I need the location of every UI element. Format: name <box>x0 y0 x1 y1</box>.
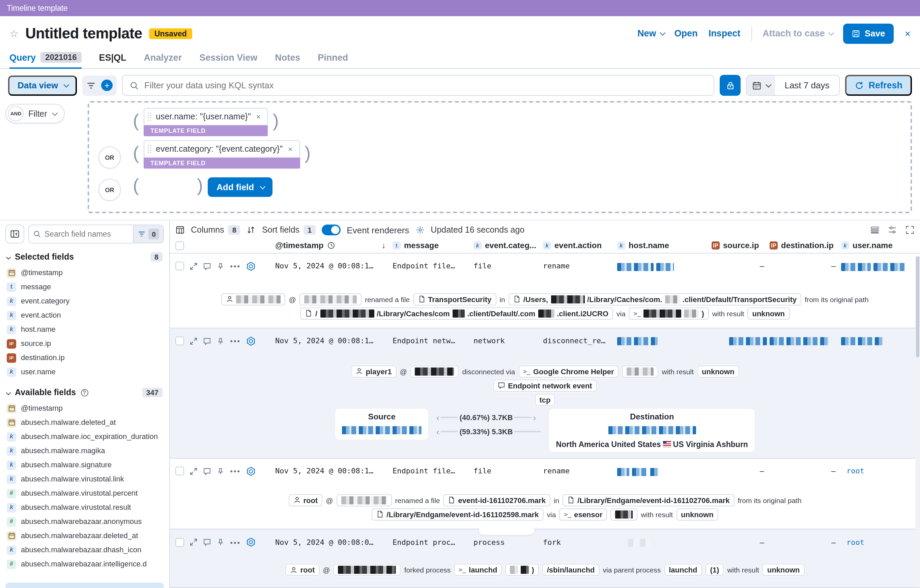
column-user-name[interactable]: kuser.name <box>841 241 920 251</box>
path-chip[interactable]: /Library/Endgame/event-id-161102706.mark <box>562 494 734 506</box>
list-item[interactable]: #abusech.malwarebazaar.anonymous <box>5 515 164 529</box>
list-item[interactable]: abusech.malware.deleted_at <box>5 415 164 429</box>
event-renderers-toggle[interactable] <box>322 225 341 235</box>
pin-icon[interactable] <box>217 538 225 546</box>
host-chip[interactable] <box>300 293 361 306</box>
sliders-icon[interactable] <box>888 225 897 235</box>
table-row[interactable]: ●●● Nov 5, 2024 @ 00:08:1… Endpoint netw… <box>170 331 920 351</box>
column-host-name[interactable]: khost.name <box>617 241 711 251</box>
list-item[interactable]: khost.name <box>5 322 164 337</box>
result-chip[interactable]: unknown <box>676 509 718 521</box>
list-item[interactable]: #abusech.malware.virustotal.percent <box>5 486 164 501</box>
user-chip[interactable] <box>222 293 286 306</box>
path-chip[interactable]: /Library/Endgame/event-id-161102598.mark <box>372 509 543 521</box>
host-chip[interactable] <box>410 365 459 377</box>
select-all-checkbox[interactable] <box>175 241 184 250</box>
event-type-chip[interactable]: Endpoint network event <box>493 379 596 392</box>
more-actions-icon[interactable]: ●●● <box>230 540 240 545</box>
result-chip[interactable]: unknown <box>747 308 789 320</box>
close-icon[interactable]: × <box>904 28 910 39</box>
result-chip[interactable]: unknown <box>697 365 739 377</box>
list-item[interactable]: kabusech.malwarebazaar.dhash_icon <box>5 543 164 557</box>
list-item[interactable]: @timestamp <box>5 266 164 280</box>
attach-to-case-button[interactable]: Attach to case <box>763 28 832 39</box>
tab-pinned[interactable]: Pinned <box>318 53 348 68</box>
list-item[interactable]: kabusech.malware.virustotal.result <box>5 501 164 515</box>
process-chip[interactable]: >_launchd <box>454 564 502 576</box>
expand-event-icon[interactable] <box>190 262 198 271</box>
drag-handle[interactable] <box>147 112 152 121</box>
pin-icon[interactable] <box>217 467 225 475</box>
process-chip[interactable]: >_) <box>629 308 709 320</box>
comment-icon[interactable] <box>203 262 211 271</box>
user-chip[interactable]: root <box>288 494 322 506</box>
user-chip[interactable]: player1 <box>351 365 396 377</box>
column-event-action[interactable]: kevent.action <box>543 241 617 251</box>
sort-fields-button[interactable]: Sort fields <box>262 225 300 235</box>
open-button[interactable]: Open <box>674 28 698 39</box>
selected-fields-header[interactable]: Selected fields 8 <box>7 252 162 262</box>
collapse-sidebar-button[interactable] <box>5 225 24 243</box>
parent-process-chip[interactable]: launchd <box>664 564 702 576</box>
row-checkbox[interactable] <box>175 262 184 271</box>
more-actions-icon[interactable]: ●●● <box>230 469 240 474</box>
list-item[interactable]: #abusech.malwarebazaar.intelligence.d <box>5 557 164 571</box>
help-icon[interactable]: ? <box>81 389 88 396</box>
protocol-chip[interactable]: tcp <box>535 394 556 406</box>
filter-chip-event-category[interactable]: event.category: "{event.category}" × TEM… <box>144 140 300 168</box>
expand-event-icon[interactable] <box>190 467 198 475</box>
redacted-chip[interactable]: ) <box>505 564 539 576</box>
comment-icon[interactable] <box>203 538 211 546</box>
gear-icon[interactable] <box>415 225 424 235</box>
list-item[interactable]: kuser.name <box>5 365 164 379</box>
analyzer-icon[interactable] <box>246 262 255 271</box>
user-chip[interactable]: root <box>286 564 320 576</box>
column-event-category[interactable]: kevent.categ... <box>473 241 543 251</box>
file-chip[interactable]: TransportSecurity <box>413 293 496 306</box>
list-item[interactable]: kabusech.malware.magika <box>5 444 164 458</box>
list-item[interactable]: IPsource.ip <box>5 337 164 351</box>
pin-icon[interactable] <box>217 262 225 271</box>
tab-analyzer[interactable]: Analyzer <box>144 53 182 68</box>
tab-query[interactable]: Query2021016 <box>10 52 82 68</box>
filter-chip-user-name[interactable]: user.name: "{user.name}" × TEMPLATE FIEL… <box>144 108 268 136</box>
process-chip[interactable]: >_esensor <box>559 509 607 521</box>
path-chip[interactable]: /Users,/Library/Caches/com..client/Defau… <box>509 293 802 306</box>
tab-notes[interactable]: Notes <box>275 53 300 68</box>
tab-session-view[interactable]: Session View <box>199 53 257 68</box>
result-chip[interactable]: unknown <box>763 564 805 576</box>
comment-icon[interactable] <box>203 337 211 345</box>
pid-chip[interactable]: (1) <box>706 564 724 576</box>
refresh-button[interactable]: Refresh <box>845 75 912 96</box>
columns-button[interactable]: Columns <box>191 225 224 235</box>
add-filter-icon[interactable]: + <box>101 79 113 91</box>
scrollbar[interactable] <box>915 256 920 587</box>
list-item[interactable]: kabusech.malware.ioc_expiration_duration <box>5 429 164 444</box>
density-icon[interactable] <box>870 225 880 235</box>
redacted-chip[interactable] <box>611 509 638 521</box>
fullscreen-icon[interactable] <box>905 225 915 235</box>
remove-filter-icon[interactable]: × <box>255 113 262 121</box>
analyzer-icon[interactable] <box>246 336 255 346</box>
list-item[interactable]: tmessage <box>5 280 164 294</box>
process-chip[interactable]: >_Google Chrome Helper <box>518 365 619 377</box>
file-chip[interactable]: event-id-161102706.mark <box>444 494 551 506</box>
list-item[interactable]: @timestamp <box>5 401 164 415</box>
table-row[interactable]: ●●● Nov 5, 2024 @ 00:08:1… Endpoint file… <box>170 256 920 277</box>
list-item[interactable]: kabusech.malware.signature <box>5 458 164 472</box>
more-actions-icon[interactable]: ●●● <box>230 339 240 343</box>
cell-user[interactable]: root <box>841 538 920 547</box>
column-timestamp[interactable]: @timestamp ↓ <box>258 241 392 251</box>
calendar-menu-button[interactable] <box>747 76 775 95</box>
available-fields-header[interactable]: Available fields ? 347 <box>7 388 162 397</box>
cell-user[interactable]: root <box>841 467 920 476</box>
save-button[interactable]: Save <box>843 23 894 44</box>
expand-event-icon[interactable] <box>190 337 198 345</box>
more-actions-icon[interactable]: ●●● <box>230 264 240 269</box>
list-item[interactable]: abusech.malwarebazaar.deleted_at <box>5 529 164 543</box>
redacted-chip[interactable] <box>622 365 659 377</box>
kql-input[interactable] <box>144 80 707 90</box>
list-item[interactable]: IPdestination.ip <box>5 351 164 365</box>
time-range-label[interactable]: Last 7 days <box>775 80 839 90</box>
field-filter-button[interactable]: 0 <box>133 225 163 243</box>
